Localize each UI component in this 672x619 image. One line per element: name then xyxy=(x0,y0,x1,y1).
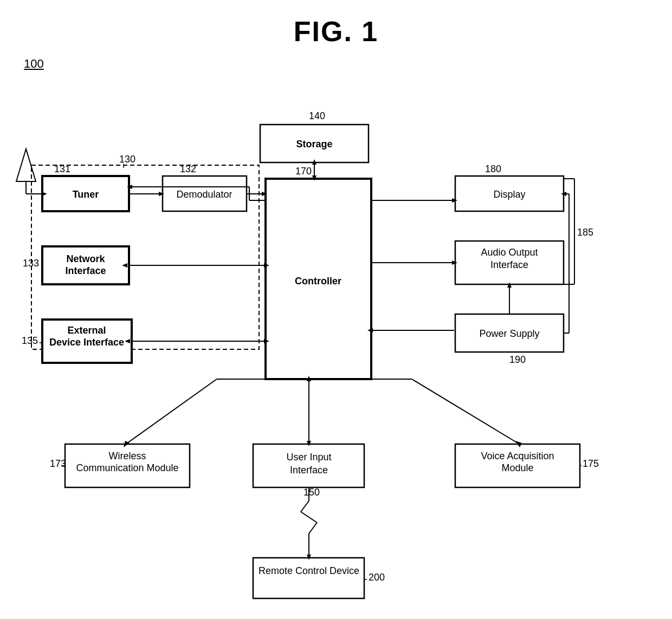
svg-text:Module: Module xyxy=(501,462,533,473)
svg-text:Communication Module: Communication Module xyxy=(76,462,178,473)
svg-text:Storage: Storage xyxy=(296,139,332,149)
svg-line-103 xyxy=(301,501,309,512)
svg-text:150: 150 xyxy=(303,487,320,498)
svg-text:Remote Control Device: Remote Control Device xyxy=(259,565,359,576)
svg-text:Interface: Interface xyxy=(65,265,106,276)
svg-text:133: 133 xyxy=(23,258,39,269)
svg-text:132: 132 xyxy=(180,164,196,174)
svg-text:Interface: Interface xyxy=(490,259,528,270)
svg-text:Controller: Controller xyxy=(295,276,341,286)
svg-text:Audio Output: Audio Output xyxy=(481,247,538,258)
svg-text:Display: Display xyxy=(493,189,525,200)
svg-text:External: External xyxy=(67,325,106,336)
svg-text:Wireless: Wireless xyxy=(108,451,146,461)
svg-text:190: 190 xyxy=(509,354,526,365)
svg-text:User Input: User Input xyxy=(286,452,331,462)
svg-line-105 xyxy=(309,523,317,533)
svg-text:185: 185 xyxy=(577,227,593,238)
svg-line-100 xyxy=(412,379,518,443)
svg-text:175: 175 xyxy=(583,458,599,469)
svg-text:Network: Network xyxy=(66,253,105,264)
page-title: FIG. 1 xyxy=(0,0,672,48)
svg-text:Power Supply: Power Supply xyxy=(479,328,539,339)
svg-text:130: 130 xyxy=(119,154,135,165)
svg-text:Demodulator: Demodulator xyxy=(176,189,232,200)
svg-text:Device Interface: Device Interface xyxy=(49,337,124,348)
svg-text:173: 173 xyxy=(50,458,66,469)
diagram: 130 Storage 140 Tuner 131 Demodulator 13… xyxy=(0,54,672,617)
svg-text:Tuner: Tuner xyxy=(73,189,99,200)
svg-text:135: 135 xyxy=(22,335,38,346)
svg-rect-52 xyxy=(253,558,364,598)
svg-text:200: 200 xyxy=(369,572,385,583)
svg-text:170: 170 xyxy=(295,166,312,177)
svg-line-104 xyxy=(301,512,317,523)
svg-text:131: 131 xyxy=(54,164,70,174)
svg-text:Interface: Interface xyxy=(290,465,328,475)
svg-text:180: 180 xyxy=(485,164,501,174)
svg-line-94 xyxy=(127,379,217,443)
svg-text:Voice Acquisition: Voice Acquisition xyxy=(481,451,554,461)
svg-text:140: 140 xyxy=(309,110,325,121)
